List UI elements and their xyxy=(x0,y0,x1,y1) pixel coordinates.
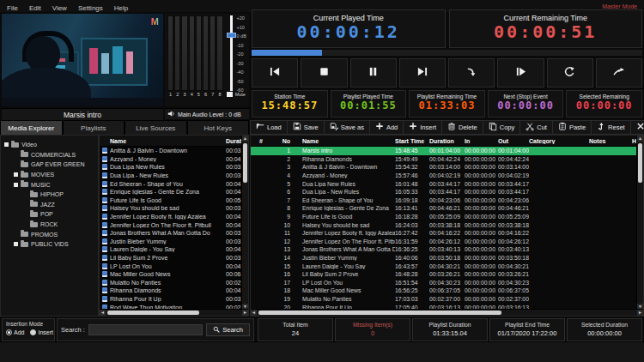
expander-icon[interactable] xyxy=(14,183,18,187)
tree-item-movies[interactable]: MOVIES xyxy=(1,170,98,180)
table-row[interactable]: 5Dua Lipa New Rules16:01:4800:03:44:1700… xyxy=(251,179,643,188)
list-item[interactable]: Mulatto No Panties00:02 xyxy=(100,279,248,287)
fast-forward-button[interactable] xyxy=(596,58,642,87)
table-row[interactable]: 16Lil Baby Sum 2 Prove16:48:2800:03:26:2… xyxy=(251,270,643,279)
playlist-horizontal-scrollbar[interactable]: ◄► xyxy=(251,309,643,316)
play-step-button[interactable] xyxy=(497,58,544,87)
table-row[interactable]: 12Jennifer Lopez On The Floor ft. Pitbul… xyxy=(251,238,643,246)
playlist-column-header-duration[interactable]: Duration xyxy=(429,138,465,144)
list-item[interactable]: Future Life Is Good00:05 xyxy=(100,196,248,205)
list-item[interactable]: Dua Lipa - New Rules00:03 xyxy=(100,172,248,180)
table-row[interactable]: 13Jonas Brothers What A Man Gotta Do16:3… xyxy=(251,245,643,254)
tree-item-gap-ever-green[interactable]: GAP EVER GREEN xyxy=(1,160,98,170)
scroll-right-icon[interactable]: ► xyxy=(242,310,248,316)
load-button[interactable]: Load xyxy=(250,120,288,135)
list-item[interactable]: Rihanna Diamonds00:04 xyxy=(100,287,248,295)
tab-playlists[interactable]: Playlists xyxy=(63,120,125,135)
add-button[interactable]: Add xyxy=(370,120,404,135)
playlist-vertical-scrollbar[interactable]: ▲▼ xyxy=(636,136,643,310)
table-row[interactable]: 18Mac Miller Good News16:56:2500:06:37:0… xyxy=(251,287,643,295)
expander-icon[interactable] xyxy=(4,142,9,147)
list-item[interactable]: Enrique Iglesias - Gente De Zona00:04 xyxy=(100,188,248,196)
save-as-button[interactable]: Save as xyxy=(325,120,370,135)
list-item[interactable]: Jonas Brothers What A Man Gotta Do00:03 xyxy=(100,229,248,238)
scroll-right-icon[interactable]: ► xyxy=(637,310,643,316)
menu-item-edit[interactable]: Edit xyxy=(29,4,41,12)
skip-back-button[interactable] xyxy=(252,58,298,87)
insert-button[interactable]: Insert xyxy=(404,120,442,135)
list-item[interactable]: Lauren Daigle - You Say00:04 xyxy=(100,245,248,254)
table-row[interactable]: 17LP Lost On You16:51:5400:04:30:2300:00… xyxy=(251,279,643,287)
menu-item-file[interactable]: File xyxy=(7,4,18,12)
playlist-column-header-category[interactable]: Category xyxy=(529,138,589,144)
scroll-up-icon[interactable]: ▲ xyxy=(637,136,643,142)
tree-item-hiphop[interactable]: HIPHOP xyxy=(1,190,98,200)
scroll-up-icon[interactable]: ▲ xyxy=(242,136,248,142)
list-item[interactable]: Jennifer Lopez On The Floor ft. Pitbull0… xyxy=(100,220,248,229)
playlist-column-header-out[interactable]: Out xyxy=(498,138,529,144)
expander-icon[interactable] xyxy=(14,172,18,177)
paste-button[interactable]: Paste xyxy=(553,120,592,135)
library-name-column-header[interactable]: Name xyxy=(100,138,226,144)
insertion-mode-option-add[interactable]: Add xyxy=(6,329,24,335)
main-volume-slider[interactable] xyxy=(226,15,236,91)
library-horizontal-scrollbar[interactable]: ◄► xyxy=(100,309,248,316)
table-row[interactable]: 8Enrique Iglesias - Gente De Zona16:13:4… xyxy=(251,204,643,213)
list-item[interactable]: Mac Miller Good News00:06 xyxy=(100,270,248,279)
tree-item-jazz[interactable]: JAZZ xyxy=(1,200,98,210)
radio-icon[interactable] xyxy=(30,329,36,335)
list-item[interactable]: Anitta & J Balvin - Downtown00:03 xyxy=(100,147,248,155)
search-button[interactable]: Search xyxy=(206,323,250,336)
search-input[interactable] xyxy=(88,324,203,335)
list-item[interactable]: Azzyand - Money00:04 xyxy=(100,155,248,164)
insertion-mode-option-insert[interactable]: Insert xyxy=(30,329,53,335)
list-item[interactable]: Halsey You should be sad00:03 xyxy=(100,204,248,213)
table-row[interactable]: 7Ed Sheeran - Shape of You16:09:1800:04:… xyxy=(251,196,643,205)
tree-item-public-vids[interactable]: PUBLIC VIDS xyxy=(1,239,98,250)
menu-item-settings[interactable]: Settings xyxy=(78,4,103,12)
scroll-left-icon[interactable]: ◄ xyxy=(251,310,257,316)
tab-live-sources[interactable]: Live Sources xyxy=(125,120,187,135)
table-row[interactable]: 9Future Life Is Good16:18:2800:05:25:090… xyxy=(251,213,643,221)
pause-button[interactable] xyxy=(350,58,397,87)
expander-icon[interactable] xyxy=(14,242,18,246)
tab-hot-keys[interactable]: Hot Keys xyxy=(187,120,250,135)
jump-next-button[interactable] xyxy=(448,58,495,87)
copy-button[interactable]: Copy xyxy=(483,120,521,135)
list-item[interactable]: Ed Sheeran - Shape of You00:04 xyxy=(100,179,248,188)
tree-item-promos[interactable]: PROMOS xyxy=(1,229,98,239)
tree-item-commercials[interactable]: COMMERCIALS xyxy=(1,150,98,160)
stop-button[interactable] xyxy=(301,58,347,87)
playlist-column-header-starttime[interactable]: Start Time xyxy=(395,138,429,144)
table-row[interactable]: 10Halsey You should be sad16:24:0300:03:… xyxy=(251,220,643,229)
table-row[interactable]: 2Rihanna Diamonds15:49:4900:04:42:2400:0… xyxy=(251,155,643,164)
list-item[interactable]: Jennifer Lopez Booty ft. Iggy Azalea00:0… xyxy=(100,213,248,221)
playlist-column-header-in[interactable]: In xyxy=(465,138,498,144)
tree-item-music[interactable]: MUSIC xyxy=(1,179,98,190)
library-vertical-scrollbar[interactable]: ▲▼ xyxy=(241,136,248,310)
list-item[interactable]: Dua Lipa New Rules00:03 xyxy=(100,163,248,172)
mute-checkbox[interactable] xyxy=(227,92,233,97)
table-row[interactable]: 4Azzyand - Money15:57:4600:04:02:1900:00… xyxy=(251,172,643,180)
tree-item-video[interactable]: Video xyxy=(1,140,98,150)
playlist-column-header-#[interactable]: # xyxy=(251,138,273,144)
delete-button[interactable]: Delete xyxy=(442,120,483,135)
radio-icon[interactable] xyxy=(6,329,12,335)
list-item[interactable]: LP Lost On You00:04 xyxy=(100,262,248,270)
save-button[interactable]: Save xyxy=(288,120,325,135)
menu-item-view[interactable]: View xyxy=(52,4,67,12)
skip-next-button[interactable] xyxy=(399,58,446,87)
tab-media-explorer[interactable]: Media Explorer xyxy=(0,120,63,135)
reset-button[interactable]: Reset xyxy=(592,120,631,135)
volume-handle[interactable] xyxy=(227,33,236,38)
table-row[interactable]: 15Lauren Daigle - You Say16:43:5700:04:3… xyxy=(251,262,643,270)
list-item[interactable]: Justin Bieber Yummy00:03 xyxy=(100,238,248,246)
repeat-button[interactable] xyxy=(547,58,593,87)
table-row[interactable]: 6Dua Lipa - New Rules16:05:3300:03:44:17… xyxy=(251,188,643,196)
playback-progress-bar[interactable] xyxy=(252,50,642,56)
playlist-column-header-no[interactable]: No xyxy=(273,138,294,144)
list-item[interactable]: Rihanna Pour It Up00:03 xyxy=(100,295,248,304)
table-row[interactable]: 14Justin Bieber Yummy16:40:0600:03:50:18… xyxy=(251,254,643,262)
table-row[interactable]: 11Jennifer Lopez Booty ft. Iggy Azalea16… xyxy=(251,229,643,238)
table-row[interactable]: 1Marsis intro15:48:4500:01:04:0000:00:00… xyxy=(251,147,643,155)
